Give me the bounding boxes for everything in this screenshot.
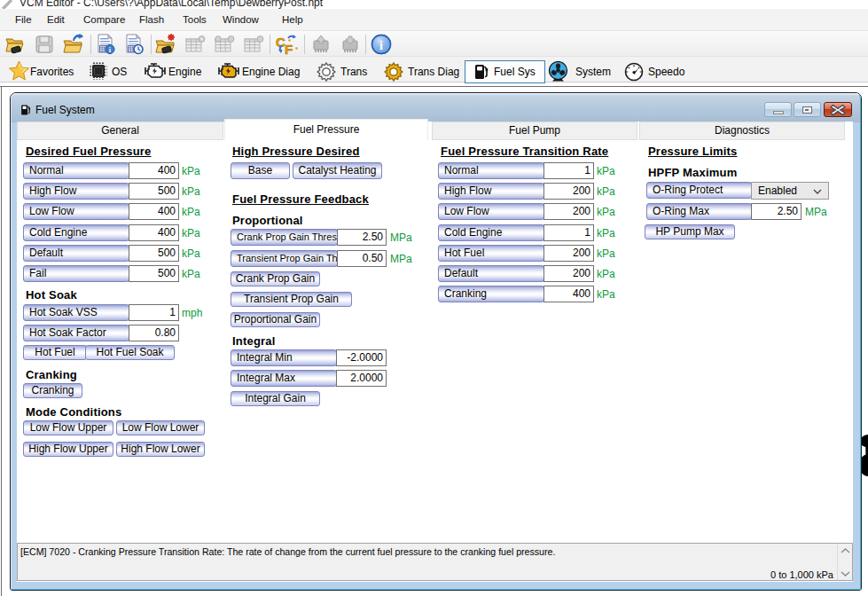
svg-text:i: i — [379, 39, 383, 52]
svg-text:F: F — [285, 42, 293, 55]
